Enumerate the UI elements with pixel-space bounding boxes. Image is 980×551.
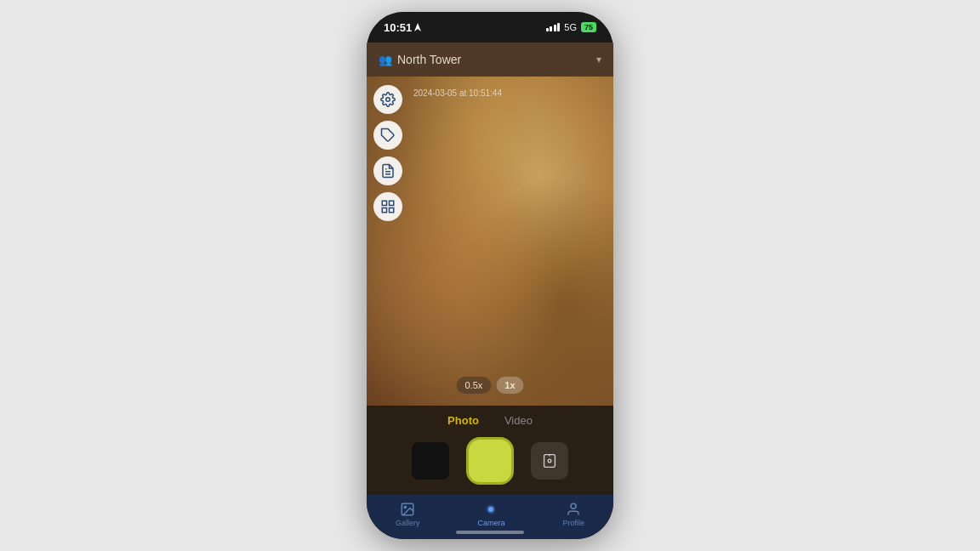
- nav-camera[interactable]: Camera: [477, 502, 504, 527]
- timestamp-label: 2024-03-05 at 10:51:44: [413, 88, 502, 98]
- document-icon: [380, 163, 396, 179]
- mode-tabs: Photo Video: [367, 406, 613, 432]
- profile-nav-label: Profile: [562, 519, 584, 527]
- gallery-thumbnail[interactable]: [412, 442, 449, 480]
- location-bar[interactable]: 👥 North Tower ▾: [367, 43, 613, 77]
- home-indicator: [367, 531, 613, 539]
- settings-button[interactable]: [373, 85, 402, 114]
- chevron-down-icon: ▾: [596, 54, 601, 65]
- svg-point-14: [489, 508, 493, 512]
- status-bar: 10:51 5G 75: [367, 12, 613, 43]
- zoom-1x-button[interactable]: 1x: [496, 377, 523, 394]
- shutter-button[interactable]: [466, 437, 514, 485]
- camera-viewfinder: 2024-03-05 at 10:51:44 0.5x 1x: [367, 77, 613, 406]
- flip-icon: [540, 452, 559, 470]
- home-bar: [456, 531, 524, 534]
- location-name: North Tower: [397, 53, 461, 66]
- grid-button[interactable]: [373, 192, 402, 221]
- svg-point-0: [386, 98, 390, 102]
- time-display: 10:51: [384, 21, 412, 34]
- svg-rect-5: [390, 201, 394, 205]
- bottom-panel: Photo Video: [367, 406, 613, 495]
- status-time: 10:51: [384, 21, 421, 34]
- camera-nav-icon: [483, 502, 499, 517]
- svg-point-15: [571, 503, 576, 508]
- tag-button[interactable]: [373, 121, 402, 150]
- gear-icon: [380, 92, 396, 107]
- group-icon: 👥: [379, 54, 392, 66]
- photo-mode-tab[interactable]: Photo: [447, 414, 479, 427]
- camera-nav-label: Camera: [477, 519, 504, 527]
- capture-row: [367, 432, 613, 495]
- network-type: 5G: [564, 22, 577, 32]
- main-content: 👥 North Tower ▾: [367, 43, 613, 539]
- side-toolbar: [373, 85, 402, 221]
- grid-icon: [380, 199, 396, 214]
- svg-rect-7: [382, 208, 386, 213]
- nav-bar: Gallery Camera Profile: [367, 495, 613, 531]
- document-button[interactable]: [373, 156, 402, 185]
- location-arrow-icon: [414, 23, 421, 31]
- zoom-controls: 0.5x 1x: [456, 377, 523, 394]
- gallery-nav-icon: [400, 502, 415, 517]
- tag-icon: [380, 128, 396, 143]
- battery-badge: 75: [581, 22, 596, 32]
- zoom-05x-button[interactable]: 0.5x: [456, 377, 491, 394]
- svg-rect-6: [390, 208, 394, 213]
- flip-camera-button[interactable]: [531, 442, 568, 480]
- svg-rect-8: [544, 455, 556, 468]
- video-mode-tab[interactable]: Video: [504, 414, 533, 427]
- camera-background: [367, 77, 613, 406]
- svg-point-12: [404, 506, 406, 508]
- profile-nav-icon: [566, 502, 581, 517]
- signal-bars-icon: [546, 23, 561, 31]
- phone-frame: 10:51 5G 75 👥 North Tower ▾: [367, 12, 613, 539]
- gallery-nav-label: Gallery: [396, 519, 420, 527]
- svg-point-9: [548, 459, 551, 463]
- svg-rect-4: [382, 201, 386, 205]
- status-right: 5G 75: [546, 22, 596, 32]
- nav-gallery[interactable]: Gallery: [396, 502, 420, 527]
- nav-profile[interactable]: Profile: [562, 502, 584, 527]
